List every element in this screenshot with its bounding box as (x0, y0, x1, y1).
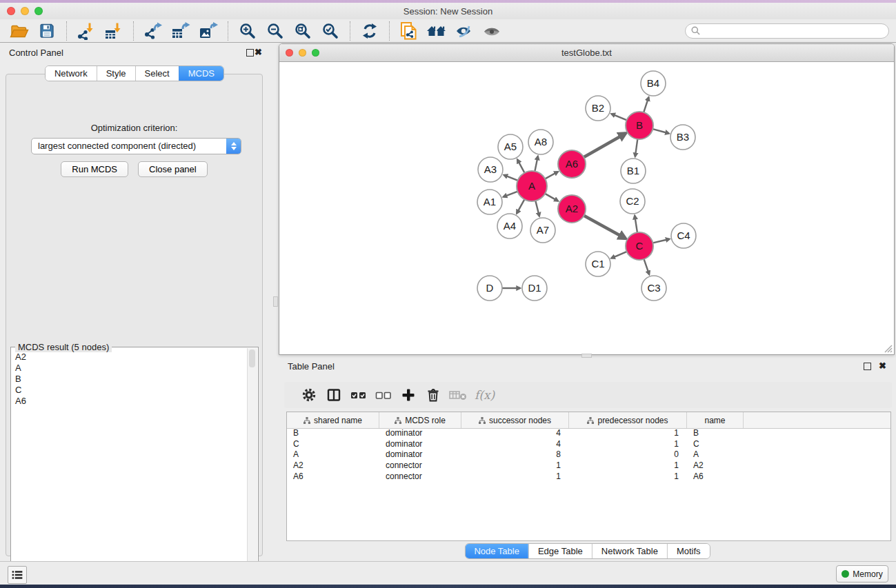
node-C3[interactable]: C3 (641, 276, 666, 301)
add-row-icon[interactable] (398, 385, 419, 405)
node-B3[interactable]: B3 (670, 125, 695, 150)
table-cell[interactable]: A (287, 449, 379, 460)
node-A7[interactable]: A7 (530, 218, 555, 243)
edge-A-A8[interactable] (535, 156, 538, 172)
table-cell[interactable]: A (687, 449, 744, 460)
edge-A-A7[interactable] (535, 200, 539, 216)
node-A2[interactable]: A2 (558, 195, 586, 223)
column-header-shared-name[interactable]: shared name (287, 412, 379, 428)
refresh-icon[interactable] (358, 21, 381, 41)
node-C2[interactable]: C2 (620, 189, 645, 214)
node-B4[interactable]: B4 (641, 71, 666, 96)
table-cell[interactable]: A6 (287, 472, 379, 483)
task-history-button[interactable] (8, 566, 27, 584)
edge-B-B1[interactable] (635, 139, 638, 156)
table-cell[interactable]: C (687, 439, 744, 450)
edge-C-C4[interactable] (652, 239, 669, 243)
edge-A-A3[interactable] (504, 175, 518, 181)
table-cell[interactable]: B (687, 428, 744, 439)
node-A[interactable]: A (517, 171, 547, 201)
table-cell[interactable]: B (287, 428, 379, 439)
close-panel-button[interactable]: Close panel (138, 161, 208, 177)
show-view-icon[interactable] (480, 21, 504, 41)
export-image-icon[interactable] (197, 21, 220, 41)
result-list-item[interactable]: A6 (12, 396, 247, 407)
zoom-out-icon[interactable] (263, 21, 287, 41)
search-input[interactable] (704, 26, 883, 37)
table-cell[interactable]: 0 (569, 449, 687, 460)
splitpane-divider-handle[interactable] (273, 296, 278, 307)
edge-A6-B[interactable] (583, 133, 626, 157)
run-mcds-button[interactable]: Run MCDS (61, 161, 128, 177)
edge-A2-C[interactable] (584, 215, 626, 239)
tab-edge-table[interactable]: Edge Table (528, 544, 592, 558)
save-session-icon[interactable] (35, 21, 59, 41)
result-list-item[interactable]: A2 (12, 352, 247, 363)
column-header-mcds-role[interactable]: MCDS role (379, 412, 461, 428)
close-panel-icon[interactable]: ✖ (255, 49, 262, 56)
table-cell[interactable]: A2 (287, 460, 379, 472)
table-cell[interactable]: C (287, 439, 379, 450)
network-canvas[interactable]: AA1A2A3A4A5A6A7A8BB1B2B3B4CC1C2C3C4DD1 (279, 62, 894, 354)
network-graph[interactable]: AA1A2A3A4A5A6A7A8BB1B2B3B4CC1C2C3C4DD1 (279, 62, 894, 354)
edge-A-A1[interactable] (504, 191, 519, 196)
node-B[interactable]: B (626, 112, 653, 139)
table-cell[interactable]: 1 (569, 472, 687, 483)
result-list-item[interactable]: B (12, 374, 247, 385)
show-columns-icon[interactable] (323, 385, 344, 405)
column-header-successor-nodes[interactable]: successor nodes (461, 412, 569, 428)
table-cell[interactable]: 1 (569, 439, 687, 450)
deselect-all-rows-icon[interactable] (373, 385, 394, 405)
open-file-icon[interactable] (8, 21, 31, 41)
zoom-selected-icon[interactable] (319, 21, 342, 41)
edge-C-C3[interactable] (644, 258, 649, 274)
import-network-icon[interactable] (74, 21, 98, 41)
node-C1[interactable]: C1 (586, 252, 610, 276)
table-cell[interactable]: 4 (461, 428, 569, 439)
table-cell[interactable]: 1 (461, 460, 569, 472)
node-A6[interactable]: A6 (558, 150, 586, 178)
criterion-dropdown[interactable]: largest connected component (directed) (31, 138, 241, 154)
export-network-icon[interactable] (141, 21, 165, 41)
result-list-item[interactable]: C (12, 385, 247, 396)
tab-mcds[interactable]: MCDS (179, 66, 223, 81)
edge-C-C1[interactable] (611, 252, 627, 258)
node-B1[interactable]: B1 (621, 159, 646, 183)
node-A3[interactable]: A3 (478, 157, 503, 182)
zoom-fit-icon[interactable] (291, 21, 315, 41)
edge-A-A6[interactable] (544, 172, 557, 179)
result-list-item[interactable]: A (12, 363, 247, 374)
import-table-icon[interactable] (102, 21, 126, 41)
delete-table-icon[interactable] (448, 385, 468, 405)
zoom-in-icon[interactable] (236, 21, 259, 41)
edge-A-A2[interactable] (544, 193, 558, 201)
tab-select[interactable]: Select (135, 66, 179, 81)
table-row[interactable]: Cdominator41C (287, 439, 890, 450)
select-all-rows-icon[interactable] (348, 385, 369, 405)
node-C4[interactable]: C4 (671, 223, 696, 248)
resize-grip-icon[interactable] (883, 343, 893, 353)
table-cell[interactable]: connector (379, 460, 461, 472)
delete-row-icon[interactable] (423, 385, 444, 405)
table-cell[interactable]: A6 (687, 472, 744, 483)
edge-A-A5[interactable] (517, 159, 525, 173)
edge-A-A4[interactable] (517, 199, 525, 213)
float-panel-icon[interactable] (246, 49, 254, 57)
home-icon[interactable] (425, 21, 448, 41)
node-D1[interactable]: D1 (522, 276, 547, 301)
table-cell[interactable]: 8 (461, 449, 569, 460)
duplicate-network-icon[interactable] (397, 21, 421, 41)
table-cell[interactable]: connector (379, 472, 461, 483)
tab-style[interactable]: Style (97, 66, 135, 81)
column-header-predecessor-nodes[interactable]: predecessor nodes (569, 412, 687, 428)
table-row[interactable]: A6connector11A6 (287, 472, 890, 483)
settings-gear-icon[interactable] (299, 385, 319, 405)
tab-node-table[interactable]: Node Table (465, 544, 528, 558)
search-field[interactable] (685, 23, 889, 39)
table-cell[interactable]: 4 (461, 439, 569, 450)
node-A1[interactable]: A1 (477, 190, 502, 214)
tab-network-table[interactable]: Network Table (592, 544, 667, 558)
function-builder-icon[interactable]: f(x) (475, 388, 495, 402)
node-A8[interactable]: A8 (528, 130, 553, 154)
column-header-name[interactable]: name (687, 412, 744, 428)
